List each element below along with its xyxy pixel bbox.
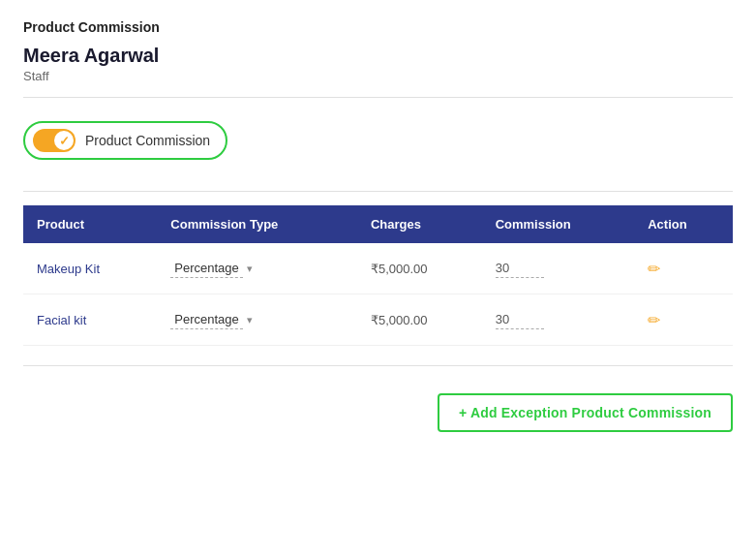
divider-bottom [23, 365, 733, 366]
col-header-charges: Charges [357, 205, 482, 243]
divider-top [23, 97, 733, 98]
commission-type-cell-1: Percentage Fixed ▾ [170, 310, 344, 329]
commission-type-cell-0: Percentage Fixed ▾ [170, 259, 344, 278]
add-exception-button[interactable]: + Add Exception Product Commission [438, 393, 733, 432]
add-exception-row: + Add Exception Product Commission [23, 380, 733, 432]
charges-value-0: ₹5,000.00 [371, 262, 428, 276]
dropdown-arrow-icon-0: ▾ [247, 263, 253, 275]
dropdown-arrow-icon-1: ▾ [247, 314, 253, 326]
product-commission-toggle-container[interactable]: ✓ Product Commission [23, 121, 227, 160]
edit-icon-0[interactable]: ✏ [648, 261, 660, 277]
staff-role: Staff [23, 69, 733, 83]
table-header-row: Product Commission Type Charges Commissi… [23, 205, 733, 243]
charges-value-1: ₹5,000.00 [371, 313, 428, 327]
edit-icon-1[interactable]: ✏ [648, 312, 660, 328]
col-header-commission: Commission [482, 205, 635, 243]
staff-name: Meera Agarwal [23, 45, 733, 67]
toggle-label: Product Commission [85, 133, 210, 148]
col-header-commission-type: Commission Type [157, 205, 357, 243]
toggle-thumb: ✓ [54, 131, 74, 150]
commission-type-select-1[interactable]: Percentage Fixed [170, 310, 243, 329]
commission-table: Product Commission Type Charges Commissi… [23, 205, 733, 346]
commission-input-1[interactable] [496, 310, 544, 329]
col-header-product: Product [23, 205, 157, 243]
product-name-0: Makeup Kit [37, 262, 100, 276]
page-title: Product Commission [23, 19, 733, 35]
commission-input-0[interactable] [496, 259, 544, 278]
commission-type-select-0[interactable]: Percentage Fixed [170, 259, 243, 278]
product-name-1: Facial kit [37, 313, 86, 327]
toggle-check-icon: ✓ [59, 134, 70, 148]
commission-table-wrapper: Product Commission Type Charges Commissi… [23, 205, 733, 346]
toggle-track: ✓ [33, 129, 76, 152]
divider-mid [23, 191, 733, 192]
table-row: Makeup Kit Percentage Fixed ▾ ₹5,000.00 … [23, 243, 733, 294]
table-row: Facial kit Percentage Fixed ▾ ₹5,000.00 … [23, 294, 733, 346]
col-header-action: Action [634, 205, 733, 243]
